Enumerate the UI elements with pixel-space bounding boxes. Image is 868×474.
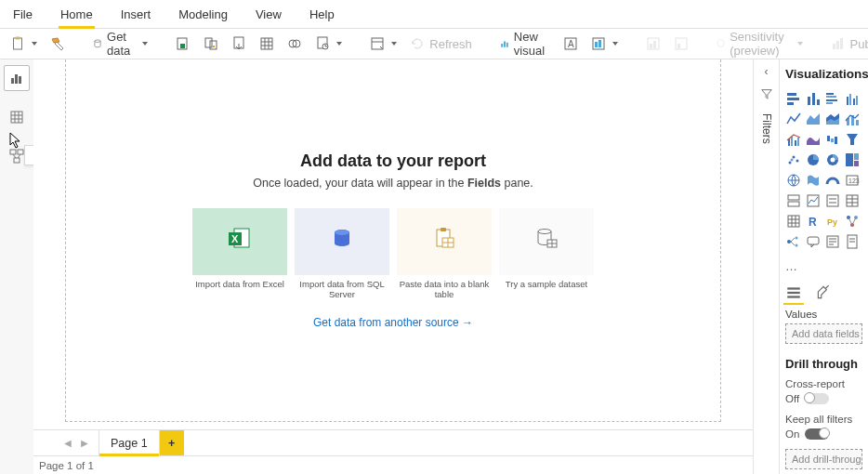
page-next-button[interactable]: ►	[76, 437, 93, 450]
add-page-button[interactable]: +	[160, 430, 184, 456]
vis-treemap-icon[interactable]	[844, 151, 861, 168]
svg-rect-33	[833, 44, 835, 49]
svg-rect-22	[506, 43, 508, 47]
vis-slicer-icon[interactable]	[824, 192, 841, 209]
vis-smart-narrative-icon[interactable]	[824, 233, 841, 250]
svg-rect-84	[827, 136, 830, 141]
svg-rect-55	[441, 228, 446, 231]
svg-rect-4	[180, 44, 185, 48]
vis-map-icon[interactable]	[785, 172, 802, 189]
svg-rect-29	[650, 44, 652, 48]
vis-area-icon[interactable]	[805, 111, 822, 127]
card-import-sql[interactable]	[295, 208, 389, 275]
vis-gauge-icon[interactable]	[824, 172, 841, 189]
pbi-datasets-button[interactable]	[199, 33, 223, 54]
more-visuals-icon	[591, 36, 606, 51]
format-tab-icon[interactable]	[815, 284, 832, 301]
vis-donut-icon[interactable]	[824, 151, 841, 168]
menu-bar: File Home Insert Modeling View Help	[0, 0, 868, 28]
vis-more-button[interactable]: …	[785, 259, 862, 273]
format-painter-button[interactable]	[46, 33, 70, 54]
publish-label: Publ	[850, 37, 868, 51]
menu-modeling[interactable]: Modeling	[173, 4, 233, 25]
menu-home[interactable]: Home	[55, 4, 99, 25]
card-sample-dataset[interactable]	[499, 208, 594, 275]
dataverse-icon	[287, 36, 302, 51]
vis-r-icon[interactable]: R	[805, 213, 822, 230]
fields-tab-icon[interactable]	[785, 284, 802, 301]
filter-icon	[760, 87, 773, 100]
excel-source-button[interactable]	[171, 33, 195, 54]
menu-insert[interactable]: Insert	[115, 4, 157, 25]
recent-sources-button[interactable]	[310, 33, 347, 54]
text-box-button[interactable]: A	[559, 33, 583, 54]
page-tab-1[interactable]: Page 1	[99, 430, 160, 456]
vis-clustered-column-icon[interactable]	[844, 90, 861, 107]
menu-view[interactable]: View	[250, 4, 287, 25]
vis-scatter-icon[interactable]	[785, 151, 802, 168]
nav-data-view[interactable]	[4, 104, 30, 130]
vis-card-icon[interactable]: 123	[844, 172, 861, 189]
vis-stacked-column-icon[interactable]	[805, 90, 822, 107]
transform-data-button[interactable]	[365, 33, 401, 54]
vis-table-icon[interactable]	[844, 192, 861, 209]
vis-filled-map-icon[interactable]	[805, 172, 822, 189]
cross-report-toggle[interactable]	[805, 393, 829, 404]
link-another-source[interactable]: Get data from another source →	[313, 316, 473, 329]
vis-matrix-icon[interactable]	[785, 213, 802, 230]
sensitivity-button[interactable]: Sensitivity (preview)	[712, 27, 808, 60]
vis-ribbon-icon[interactable]	[805, 131, 822, 148]
quick-measure-icon	[674, 36, 689, 51]
svg-rect-7	[213, 46, 215, 47]
sql-server-button[interactable]	[227, 33, 251, 54]
svg-line-48	[18, 154, 20, 158]
vis-line-clustered-column-icon[interactable]	[785, 131, 802, 148]
refresh-button[interactable]: Refresh	[405, 33, 477, 54]
nav-report-view[interactable]	[4, 65, 30, 91]
expand-filters-button[interactable]: ‹	[765, 65, 769, 78]
quick-measure-button[interactable]	[669, 33, 693, 54]
card-import-excel[interactable]: X	[192, 208, 287, 275]
enter-data-icon	[259, 36, 274, 51]
new-measure-button[interactable]	[641, 33, 665, 54]
sample-db-icon	[533, 227, 559, 251]
vis-stacked-bar-icon[interactable]	[785, 90, 802, 107]
page-prev-button[interactable]: ◄	[59, 437, 76, 450]
vis-kpi-icon[interactable]	[805, 192, 822, 209]
vis-py-icon[interactable]: Py	[824, 213, 841, 230]
cursor-icon	[9, 132, 22, 149]
vis-funnel-icon[interactable]	[844, 131, 861, 148]
svg-point-2	[95, 40, 100, 43]
menu-file[interactable]: File	[7, 4, 38, 25]
card-paste-blank-table[interactable]	[397, 208, 492, 275]
dataverse-button[interactable]	[283, 33, 307, 54]
enter-data-button[interactable]	[255, 33, 279, 54]
vis-pie-icon[interactable]	[805, 151, 822, 168]
svg-rect-83	[797, 138, 799, 146]
svg-rect-69	[826, 93, 834, 95]
vis-key-influencers-icon[interactable]	[844, 213, 861, 230]
vis-clustered-bar-icon[interactable]	[824, 90, 841, 107]
get-data-button[interactable]: Get data	[88, 27, 152, 60]
vis-qa-icon[interactable]	[805, 233, 822, 250]
vis-line-icon[interactable]	[785, 111, 802, 127]
values-well[interactable]: Add data fields here	[785, 323, 862, 344]
new-visual-button[interactable]: New visual	[495, 27, 555, 60]
drill-through-well[interactable]: Add drill-through fiel	[785, 449, 862, 469]
publish-button[interactable]: Publ	[826, 33, 868, 54]
more-visuals-button[interactable]	[586, 33, 623, 54]
keep-filters-toggle[interactable]	[805, 428, 829, 440]
vis-waterfall-icon[interactable]	[824, 131, 841, 148]
vis-stacked-area-icon[interactable]	[824, 111, 841, 127]
report-canvas[interactable]: Add data to your report Once loaded, you…	[33, 59, 753, 429]
paste-button[interactable]	[6, 33, 42, 54]
menu-help[interactable]: Help	[304, 4, 340, 25]
vis-decomposition-tree-icon[interactable]	[785, 233, 802, 250]
vis-line-stacked-column-icon[interactable]	[844, 111, 861, 127]
svg-rect-46	[14, 158, 20, 163]
svg-rect-31	[676, 38, 687, 49]
vis-multi-row-card-icon[interactable]	[785, 192, 802, 209]
vis-paginated-report-icon[interactable]	[844, 233, 861, 250]
refresh-icon	[410, 36, 425, 51]
excel-file-icon: X	[227, 227, 253, 251]
